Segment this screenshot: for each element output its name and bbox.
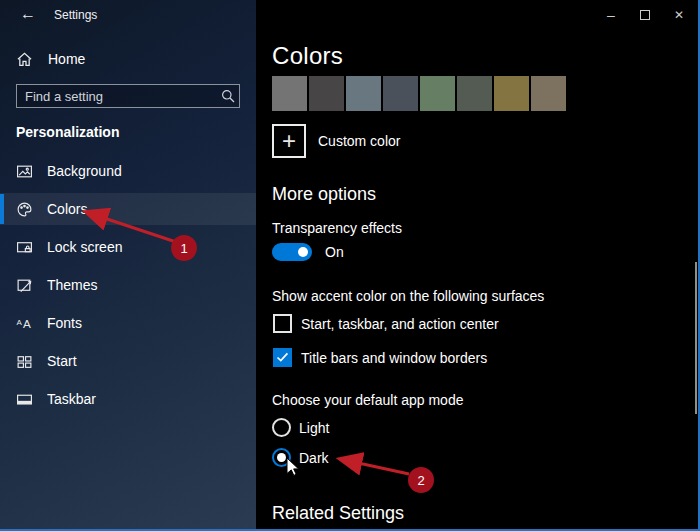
app-title: Settings (54, 8, 97, 22)
maximize-icon (640, 10, 650, 20)
checkbox-unchecked[interactable] (273, 314, 292, 333)
color-swatch[interactable] (346, 76, 381, 111)
themes-icon (16, 277, 33, 294)
sidebar-item-background[interactable]: Background (0, 155, 256, 187)
sidebar-item-colors[interactable]: Colors (0, 193, 256, 225)
nav-label: Colors (47, 201, 87, 217)
radio-unselected[interactable] (272, 418, 291, 437)
nav-label: Start (47, 353, 77, 369)
svg-text:A: A (23, 317, 31, 330)
checkbox-start-taskbar-action-center[interactable]: Start, taskbar, and action center (273, 314, 499, 333)
accent-color-swatches (272, 76, 566, 111)
page-title: Colors (272, 42, 343, 70)
minimize-icon: – (607, 7, 615, 23)
palette-icon (16, 201, 33, 218)
radio-label: Dark (299, 450, 329, 466)
nav-label: Fonts (47, 315, 82, 331)
close-icon: ✕ (674, 8, 684, 22)
search-icon[interactable] (217, 89, 239, 103)
nav-label: Lock screen (47, 239, 122, 255)
back-button[interactable]: ← (14, 2, 42, 26)
search-input[interactable] (17, 89, 217, 104)
back-arrow-icon: ← (20, 5, 36, 23)
color-swatch[interactable] (494, 76, 529, 111)
minimize-button[interactable]: – (594, 3, 628, 27)
start-icon (16, 353, 33, 370)
main-panel: Colors + Custom color More options Trans… (256, 0, 698, 529)
accent-surfaces-label: Show accent color on the following surfa… (272, 288, 544, 304)
color-swatch[interactable] (531, 76, 566, 111)
search-box[interactable] (16, 84, 240, 108)
sidebar-item-themes[interactable]: Themes (0, 269, 256, 301)
custom-color-label: Custom color (318, 133, 400, 149)
nav-label: Background (47, 163, 122, 179)
window-controls: – ✕ (594, 3, 696, 27)
app-mode-label: Choose your default app mode (272, 392, 463, 408)
related-settings-heading: Related Settings (272, 503, 404, 524)
check-icon (276, 352, 289, 363)
more-options-heading: More options (272, 184, 376, 205)
section-header: Personalization (16, 124, 119, 140)
background-icon (16, 163, 33, 180)
maximize-button[interactable] (628, 3, 662, 27)
radio-dark-mode[interactable]: Dark (272, 448, 329, 467)
home-icon (16, 51, 33, 68)
taskbar-icon (16, 391, 33, 408)
sidebar-item-start[interactable]: Start (0, 345, 256, 377)
sidebar-item-lock-screen[interactable]: Lock screen (0, 231, 256, 263)
transparency-toggle-row: On (272, 243, 344, 261)
sidebar: ← Settings Home Personalization (0, 0, 256, 531)
nav-label: Taskbar (47, 391, 96, 407)
fonts-icon: A A (16, 315, 33, 332)
toggle-state-label: On (325, 244, 344, 260)
lock-screen-icon (16, 239, 33, 256)
radio-dot (277, 453, 286, 462)
nav-label: Themes (47, 277, 98, 293)
radio-selected[interactable] (272, 448, 291, 467)
checkbox-checked[interactable] (273, 348, 292, 367)
toggle-knob (298, 247, 308, 257)
home-label: Home (48, 51, 85, 67)
plus-icon: + (272, 124, 306, 158)
transparency-toggle[interactable] (272, 243, 312, 261)
color-swatch[interactable] (457, 76, 492, 111)
sidebar-item-fonts[interactable]: A A Fonts (0, 307, 256, 339)
title-bar: ← Settings (0, 0, 256, 30)
selection-indicator (0, 194, 4, 224)
checkbox-label: Start, taskbar, and action center (301, 316, 499, 332)
sidebar-item-home[interactable]: Home (0, 45, 256, 73)
color-swatch[interactable] (420, 76, 455, 111)
settings-window: ← Settings Home Personalization (0, 0, 700, 531)
checkbox-label: Title bars and window borders (301, 350, 487, 366)
radio-light-mode[interactable]: Light (272, 418, 329, 437)
color-swatch[interactable] (309, 76, 344, 111)
vertical-scrollbar[interactable] (695, 262, 697, 414)
transparency-label: Transparency effects (272, 220, 402, 236)
sidebar-item-taskbar[interactable]: Taskbar (0, 383, 256, 415)
color-swatch[interactable] (272, 76, 307, 111)
radio-label: Light (299, 420, 329, 436)
color-swatch[interactable] (383, 76, 418, 111)
svg-text:A: A (17, 317, 23, 326)
checkbox-title-bars-window-borders[interactable]: Title bars and window borders (273, 348, 487, 367)
close-button[interactable]: ✕ (662, 3, 696, 27)
custom-color-button[interactable]: + Custom color (272, 124, 400, 158)
